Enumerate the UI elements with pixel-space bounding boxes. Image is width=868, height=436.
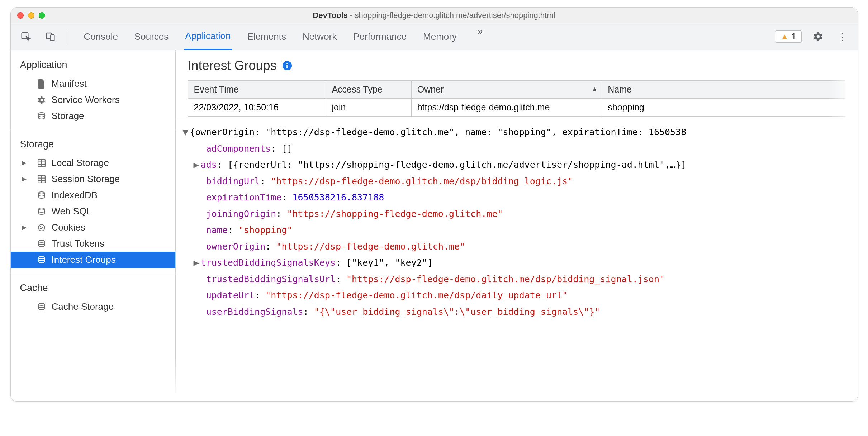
- devtools-toolbar: Console Sources Application Elements Net…: [11, 23, 858, 50]
- database-icon: [37, 207, 47, 216]
- separator: [68, 29, 68, 44]
- database-icon: [37, 256, 47, 264]
- kebab-menu-button[interactable]: ⋮: [835, 29, 850, 44]
- tab-memory[interactable]: Memory: [422, 23, 458, 50]
- expand-icon: ▶: [22, 223, 27, 231]
- sidebar-item-cookies[interactable]: ▶ Cookies: [11, 219, 175, 236]
- sidebar-item-trust-tokens[interactable]: Trust Tokens: [11, 236, 175, 252]
- svg-point-19: [39, 256, 44, 259]
- database-icon: [37, 240, 47, 248]
- tab-console[interactable]: Console: [83, 23, 119, 50]
- svg-point-15: [40, 226, 41, 227]
- sidebar-item-label: IndexedDB: [52, 190, 98, 201]
- sidebar-section-application: Application: [11, 57, 175, 76]
- sidebar-item-manifest[interactable]: Manifest: [11, 76, 175, 92]
- panel-tabs: Console Sources Application Elements Net…: [83, 23, 488, 50]
- expand-icon: ▶: [22, 175, 27, 183]
- titlebar: DevTools - shopping-fledge-demo.glitch.m…: [11, 8, 858, 23]
- window-title: DevTools - shopping-fledge-demo.glitch.m…: [313, 11, 555, 20]
- device-toolbar-button[interactable]: [42, 29, 58, 44]
- svg-point-18: [39, 240, 44, 242]
- svg-rect-2: [51, 35, 54, 41]
- database-icon: [37, 303, 47, 311]
- sidebar-item-service-workers[interactable]: Service Workers: [11, 92, 175, 108]
- svg-point-13: [39, 208, 44, 210]
- tab-sources[interactable]: Sources: [133, 23, 170, 50]
- sidebar-item-label: Interest Groups: [52, 254, 116, 265]
- sidebar-item-cache-storage[interactable]: Cache Storage: [11, 299, 175, 315]
- interest-groups-panel: Interest Groups i Event Time Access Type…: [176, 50, 858, 401]
- table-icon: [37, 159, 47, 167]
- table-icon: [37, 175, 47, 183]
- sidebar-item-label: Cookies: [52, 222, 85, 233]
- expand-icon: ▶: [22, 159, 27, 167]
- tab-network[interactable]: Network: [302, 23, 338, 50]
- info-icon[interactable]: i: [283, 61, 292, 70]
- panel-heading: Interest Groups: [188, 58, 277, 73]
- sidebar-item-storage[interactable]: Storage: [11, 108, 175, 124]
- sidebar-section-storage: Storage: [11, 136, 175, 155]
- settings-button[interactable]: [810, 29, 826, 44]
- sidebar-item-label: Storage: [52, 110, 84, 122]
- tab-application[interactable]: Application: [184, 23, 232, 50]
- svg-point-12: [39, 192, 44, 194]
- minimize-window-button[interactable]: [28, 12, 34, 19]
- devtools-window: DevTools - shopping-fledge-demo.glitch.m…: [10, 7, 858, 402]
- sidebar-item-label: Service Workers: [52, 94, 120, 105]
- sidebar-item-local-storage[interactable]: ▶ Local Storage: [11, 155, 175, 171]
- warnings-badge[interactable]: ▲ 1: [775, 30, 801, 43]
- svg-point-14: [38, 224, 45, 231]
- more-tabs-button[interactable]: »: [472, 23, 488, 39]
- file-icon: [37, 79, 47, 89]
- database-icon: [37, 112, 47, 120]
- interest-groups-table: Event Time Access Type Owner▲ Name 22/03…: [188, 80, 845, 117]
- col-owner[interactable]: Owner▲: [411, 81, 602, 99]
- cell-access-type: join: [326, 99, 411, 117]
- gear-icon: [37, 96, 47, 104]
- svg-point-3: [39, 113, 44, 115]
- tab-elements[interactable]: Elements: [246, 23, 287, 50]
- sidebar-item-interest-groups[interactable]: Interest Groups: [11, 252, 175, 268]
- object-inspector[interactable]: ▼{ownerOrigin: "https://dsp-fledge-demo.…: [176, 120, 858, 323]
- svg-point-16: [42, 227, 43, 228]
- sidebar-item-label: Local Storage: [52, 157, 109, 169]
- sidebar-item-indexeddb[interactable]: IndexedDB: [11, 187, 175, 203]
- warning-icon: ▲: [781, 32, 788, 41]
- cell-name: shopping: [602, 99, 845, 117]
- table-row[interactable]: 22/03/2022, 10:50:16 join https://dsp-fl…: [188, 99, 845, 117]
- sidebar-item-label: Web SQL: [52, 206, 92, 217]
- sidebar-item-session-storage[interactable]: ▶ Session Storage: [11, 171, 175, 187]
- col-name[interactable]: Name: [602, 81, 845, 99]
- sidebar-item-label: Cache Storage: [52, 301, 114, 312]
- inspect-element-button[interactable]: [18, 29, 34, 44]
- col-event-time[interactable]: Event Time: [188, 81, 326, 99]
- svg-point-17: [40, 228, 41, 229]
- zoom-window-button[interactable]: [39, 12, 45, 19]
- window-controls: [17, 12, 45, 19]
- sidebar-item-web-sql[interactable]: Web SQL: [11, 203, 175, 219]
- svg-point-20: [39, 303, 44, 305]
- table-header-row: Event Time Access Type Owner▲ Name: [188, 81, 845, 99]
- sidebar-section-cache: Cache: [11, 280, 175, 299]
- close-window-button[interactable]: [17, 12, 24, 19]
- cell-event-time: 22/03/2022, 10:50:16: [188, 99, 326, 117]
- sidebar-item-label: Manifest: [52, 78, 87, 89]
- warnings-count: 1: [791, 32, 796, 42]
- sidebar-item-label: Trust Tokens: [52, 238, 104, 249]
- col-access-type[interactable]: Access Type: [326, 81, 411, 99]
- database-icon: [37, 191, 47, 200]
- tab-performance[interactable]: Performance: [352, 23, 408, 50]
- application-sidebar: Application Manifest Service Workers Sto…: [11, 50, 176, 401]
- cell-owner: https://dsp-fledge-demo.glitch.me: [411, 99, 602, 117]
- cookie-icon: [37, 223, 47, 232]
- sidebar-item-label: Session Storage: [52, 174, 120, 185]
- sort-asc-icon: ▲: [592, 86, 597, 92]
